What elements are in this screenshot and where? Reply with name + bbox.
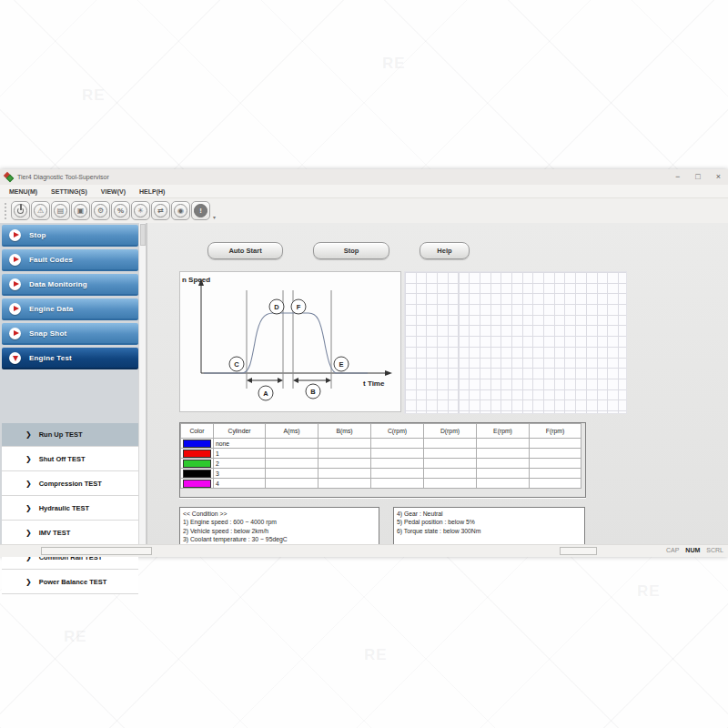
- down-arrow-icon: [9, 352, 21, 364]
- menu-item-view[interactable]: VIEW(V): [101, 188, 126, 195]
- asterisk-button[interactable]: ✳: [131, 201, 150, 220]
- color-swatch: [183, 480, 211, 488]
- power-button[interactable]: [11, 201, 30, 220]
- results-table-wrapper: Color Cylinder A(ms) B(ms) C(rpm) D(rpm)…: [179, 422, 586, 498]
- cylinder-cell: 3: [214, 469, 266, 479]
- table-row[interactable]: none: [181, 439, 581, 449]
- sidebar-item-stop[interactable]: Stop: [2, 225, 138, 247]
- condition-line: 4) Gear : Neutral: [397, 510, 581, 518]
- caps-lock-indicator: CAP: [666, 547, 679, 553]
- status-section-left: [41, 547, 152, 555]
- settings-button[interactable]: ⚙: [91, 201, 110, 220]
- menu-item-menu[interactable]: MENU(M): [9, 188, 37, 195]
- status-section-right: [560, 547, 597, 555]
- toolbar: ⚠ ▤ ▣ ⚙ % ✳ ⇄ ◉ ! ▾: [0, 198, 728, 223]
- main-content: Auto Start Stop Help n Speed t Time: [147, 223, 728, 544]
- link-button[interactable]: %: [111, 201, 130, 220]
- col-d-rpm: D(rpm): [424, 424, 477, 439]
- chevron-right-icon: ❯: [25, 430, 32, 439]
- color-swatch: [183, 460, 211, 468]
- table-row[interactable]: 1: [181, 449, 581, 459]
- col-b-ms: B(ms): [318, 424, 371, 439]
- col-c-rpm: C(rpm): [371, 424, 424, 439]
- condition-line: 2) Vehicle speed : below 2km/h: [183, 527, 376, 535]
- warning-button[interactable]: ⚠: [31, 201, 50, 220]
- play-icon: [9, 328, 21, 339]
- condition-line: 5) Pedal position : below 5%: [397, 518, 581, 526]
- sidebar-item-data-monitoring[interactable]: Data Monitoring: [2, 274, 138, 296]
- color-swatch: [183, 450, 211, 458]
- svg-text:F: F: [297, 303, 301, 311]
- svg-text:D: D: [274, 303, 279, 311]
- table-row[interactable]: 3: [181, 469, 581, 479]
- app-logo-icon: [5, 173, 14, 182]
- subitem-hydraulic-test[interactable]: ❯ Hydraulic TEST: [2, 497, 138, 521]
- gear-icon: ⚙: [94, 204, 107, 217]
- col-color: Color: [181, 424, 214, 439]
- chart-ylabel: n Speed: [182, 276, 210, 284]
- menu-item-help[interactable]: HELP(H): [139, 188, 165, 195]
- run-up-chart: n Speed t Time: [180, 272, 400, 411]
- plot-grid-panel: [404, 271, 627, 414]
- chart-label-f: F: [291, 299, 306, 314]
- condition-line: 1) Engine speed : 600 ~ 4000 rpm: [183, 518, 376, 526]
- chart-label-d: D: [269, 299, 284, 314]
- sidebar-item-fault-codes[interactable]: Fault Codes: [2, 249, 138, 271]
- page-background: RE RE RE RE RE RE Tier4 Diagnostic Tool-…: [0, 0, 728, 728]
- subitem-compression-test[interactable]: ❯ Compression TEST: [2, 472, 138, 496]
- sidebar-scrollbar[interactable]: [138, 223, 147, 544]
- chart-label-c: C: [229, 357, 244, 371]
- sidebar-item-snap-shot[interactable]: Snap Shot: [2, 323, 138, 345]
- condition-box-left: << Condition >> 1) Engine speed : 600 ~ …: [179, 507, 379, 547]
- play-icon: [9, 278, 21, 290]
- svg-text:B: B: [310, 388, 316, 396]
- title-bar: Tier4 Diagnostic Tool-Supervisor − □ ×: [0, 169, 728, 185]
- menu-item-settings[interactable]: SETTING(S): [51, 188, 87, 195]
- close-button[interactable]: ×: [716, 173, 721, 181]
- color-swatch: [183, 470, 211, 478]
- window-title: Tier4 Diagnostic Tool-Supervisor: [17, 174, 109, 180]
- engine-test-submenu: ❯ Run Up TEST ❯ Shut Off TEST ❯ Compress…: [2, 423, 138, 594]
- sidebar-item-engine-test[interactable]: Engine Test: [2, 348, 138, 369]
- condition-title: << Condition >>: [183, 510, 376, 518]
- chevron-right-icon: ❯: [25, 480, 32, 488]
- play-icon: [9, 229, 21, 241]
- subitem-run-up-test[interactable]: ❯ Run Up TEST: [2, 423, 138, 447]
- subitem-shut-off-test[interactable]: ❯ Shut Off TEST: [2, 448, 138, 471]
- color-swatch: [183, 440, 211, 448]
- monitor-button[interactable]: ▤: [51, 201, 70, 220]
- condition-line: 3) Coolant temperature : 30 ~ 95degC: [183, 535, 376, 543]
- auto-start-button[interactable]: Auto Start: [207, 242, 283, 259]
- cylinder-cell: 2: [214, 459, 266, 469]
- table-row[interactable]: 4: [181, 479, 581, 489]
- minimize-button[interactable]: −: [675, 173, 680, 181]
- chart-label-b: B: [306, 384, 320, 399]
- col-e-rpm: E(rpm): [477, 424, 530, 439]
- globe-icon: ◉: [174, 204, 187, 217]
- toolbar-overflow-icon[interactable]: ▾: [213, 214, 216, 220]
- swap-button[interactable]: ⇄: [151, 201, 170, 220]
- app-window: Tier4 Diagnostic Tool-Supervisor − □ × M…: [0, 169, 728, 557]
- scroll-lock-indicator: SCRL: [706, 547, 723, 553]
- scrollbar-thumb[interactable]: [140, 224, 146, 246]
- chevron-right-icon: ❯: [25, 578, 32, 586]
- play-icon: [9, 254, 21, 266]
- table-row[interactable]: 2: [181, 459, 581, 469]
- subitem-imv-test[interactable]: ❯ IMV TEST: [2, 521, 138, 545]
- warning-icon: ⚠: [34, 204, 47, 217]
- globe-button[interactable]: ◉: [171, 201, 190, 220]
- help-button[interactable]: Help: [420, 242, 470, 259]
- maximize-button[interactable]: □: [695, 173, 700, 181]
- table-header-row: Color Cylinder A(ms) B(ms) C(rpm) D(rpm)…: [181, 424, 581, 439]
- camera-button[interactable]: ▣: [71, 201, 90, 220]
- num-lock-indicator: NUM: [685, 547, 700, 553]
- link-icon: %: [114, 204, 127, 217]
- subitem-power-balance-test[interactable]: ❯ Power Balance TEST: [2, 571, 138, 594]
- run-up-chart-panel: n Speed t Time: [179, 271, 401, 412]
- results-table: Color Cylinder A(ms) B(ms) C(rpm) D(rpm)…: [180, 423, 581, 489]
- stop-button[interactable]: Stop: [313, 242, 389, 259]
- toolbar-grip: [5, 203, 7, 219]
- sidebar-item-engine-data[interactable]: Engine Data: [2, 298, 138, 320]
- col-a-ms: A(ms): [266, 424, 318, 439]
- info-button[interactable]: !: [191, 201, 210, 220]
